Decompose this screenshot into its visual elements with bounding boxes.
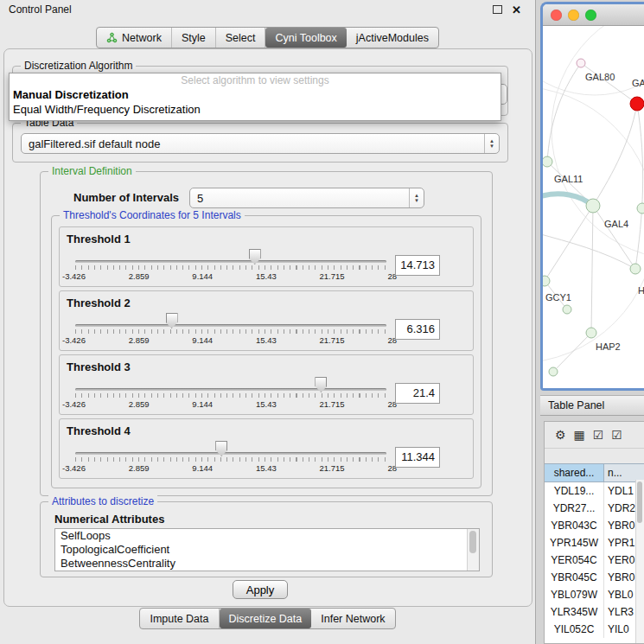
scale-tick-label: 21.715: [320, 463, 345, 473]
network-edge[interactable]: [591, 206, 593, 333]
number-of-intervals-combobox[interactable]: 5 ▲▼: [189, 188, 424, 208]
network-node-red[interactable]: [630, 97, 644, 111]
attributes-group: Attributes to discretize Numerical Attri…: [40, 501, 493, 577]
table-column-header[interactable]: shared...: [545, 464, 604, 481]
network-node-normal[interactable]: [543, 276, 550, 286]
scale-tick-label: 9.144: [192, 399, 213, 409]
tab-network[interactable]: Network: [97, 28, 172, 48]
table-row[interactable]: YPR145WYPR1: [545, 534, 644, 552]
network-edge[interactable]: [635, 104, 643, 269]
settings-gear-icon[interactable]: ⚙: [555, 429, 566, 441]
network-canvas-svg: GAL80GAGAL11GAL4GCY1HAP2H: [543, 26, 644, 390]
selection-mode-checkbox-icon[interactable]: ☑: [611, 429, 622, 441]
slider-track[interactable]: [75, 260, 386, 263]
network-edge[interactable]: [593, 206, 635, 269]
tab-jactivemodules[interactable]: jActiveModules: [347, 28, 438, 48]
discretization-algorithm-group-label: Discretization Algorithm: [21, 60, 136, 72]
threshold-value-field[interactable]: 11.344: [395, 447, 440, 468]
network-node-pink[interactable]: [577, 59, 585, 67]
numerical-attributes-list[interactable]: SelfLoopsTopologicalCoefficientBetweenne…: [54, 528, 480, 571]
table-scrollbar[interactable]: [635, 480, 644, 643]
list-scrollbar-thumb[interactable]: [469, 531, 476, 553]
network-edge[interactable]: [593, 104, 637, 206]
tab-cyni-toolbox[interactable]: Cyni Toolbox: [265, 28, 346, 48]
slider-track[interactable]: [75, 452, 386, 455]
popup-option[interactable]: Manual Discretization: [10, 87, 501, 102]
network-window-titlebar[interactable]: [543, 4, 644, 26]
slider-track[interactable]: [75, 388, 386, 391]
network-edge-arc: [552, 26, 644, 259]
tab-label: Network: [122, 32, 162, 44]
table-scrollbar-thumb[interactable]: [637, 481, 642, 523]
minimize-traffic-light[interactable]: [568, 10, 579, 21]
numerical-attributes-label: Numerical Attributes: [54, 513, 164, 526]
column-selector-icon[interactable]: ▦: [574, 429, 585, 441]
threshold-slider[interactable]: -3.4262.8599.14415.4321.71528: [75, 248, 386, 284]
network-node-normal[interactable]: [586, 328, 596, 338]
network-node-normal[interactable]: [549, 367, 558, 376]
close-traffic-light[interactable]: [551, 10, 562, 21]
close-window-icon[interactable]: ✕: [512, 4, 521, 16]
table-row[interactable]: YER054CYER0: [545, 552, 644, 569]
popup-option[interactable]: Equal Width/Frequency Discretization: [10, 102, 501, 117]
threshold-value-field[interactable]: 21.4: [395, 383, 440, 404]
table-row[interactable]: YBR045CYBR0: [545, 569, 644, 586]
network-edge[interactable]: [581, 63, 637, 104]
threshold-slider[interactable]: -3.4262.8599.14415.4321.71528: [75, 376, 386, 412]
table-row[interactable]: YIL052CYIL0: [545, 621, 644, 638]
threshold-slider[interactable]: -3.4262.8599.14415.4321.71528: [75, 440, 386, 476]
list-scrollbar[interactable]: [467, 529, 479, 571]
network-edge[interactable]: [553, 333, 591, 372]
table-column-header[interactable]: n...: [604, 464, 644, 481]
table-row[interactable]: YBR043CYBR0: [545, 517, 644, 534]
table-data-combobox[interactable]: galFiltered.sif default node ▲▼: [21, 133, 500, 154]
network-node-normal[interactable]: [637, 203, 644, 214]
table-cell-shared-name: YIL052C: [545, 621, 604, 638]
apply-button[interactable]: Apply: [233, 580, 288, 599]
bottom-tab-discretize-data[interactable]: Discretize Data: [220, 609, 312, 628]
table-row[interactable]: YDR27...YDR2: [545, 500, 644, 517]
popup-hint-text: Select algorithm to view settings: [10, 73, 501, 87]
network-canvas[interactable]: GAL80GAGAL11GAL4GCY1HAP2H: [543, 26, 644, 388]
threshold-value-field[interactable]: 6.316: [395, 319, 440, 340]
threshold-slider[interactable]: -3.4262.8599.14415.4321.71528: [75, 312, 386, 348]
threshold-coordinates-group-label: Threshold's Coordinates for 5 Intervals: [60, 209, 245, 221]
scale-tick-label: 9.144: [192, 335, 213, 345]
network-node-label: GAL80: [585, 72, 615, 82]
zoom-traffic-light[interactable]: [585, 10, 596, 21]
network-node-normal[interactable]: [563, 305, 571, 314]
tab-style[interactable]: Style: [172, 28, 216, 48]
algorithm-popup-options: Manual DiscretizationEqual Width/Frequen…: [10, 87, 501, 117]
table-row[interactable]: YBL079WYBL0: [545, 586, 644, 603]
scale-tick-label: 9.144: [192, 463, 213, 473]
float-window-icon[interactable]: [493, 5, 502, 14]
slider-scale: -3.4262.8599.14415.4321.71528: [62, 335, 397, 345]
network-edge[interactable]: [545, 206, 593, 281]
table-cell-shared-name: YLR345W: [545, 603, 604, 621]
bottom-tab-infer-network[interactable]: Infer Network: [311, 609, 394, 628]
select-all-checkbox-icon[interactable]: ☑: [593, 429, 604, 441]
network-edge[interactable]: [543, 233, 635, 269]
tab-select[interactable]: Select: [216, 28, 266, 48]
threshold-value-field[interactable]: 14.713: [395, 255, 440, 276]
table-cell-shared-name: YBR045C: [545, 569, 604, 586]
table-cell-shared-name: YBR043C: [545, 517, 604, 534]
bottom-tab-impute-data[interactable]: Impute Data: [140, 609, 219, 628]
slider-track[interactable]: [75, 324, 386, 327]
network-node-normal[interactable]: [586, 199, 600, 213]
table-row[interactable]: YLR345WYLR3: [545, 603, 644, 621]
attribute-list-item[interactable]: TopologicalCoefficient: [55, 543, 479, 557]
window-buttons: ✕: [493, 4, 521, 16]
scale-tick-label: 15.43: [256, 271, 277, 281]
network-node-normal[interactable]: [630, 264, 641, 274]
table-cell-shared-name: YDL19...: [545, 482, 604, 500]
tab-label: Style: [182, 32, 206, 44]
network-node-normal[interactable]: [543, 156, 552, 167]
table-row[interactable]: YDL19...YDL1: [545, 482, 644, 500]
scale-tick-label: -3.426: [62, 399, 86, 409]
tab-label: Select: [226, 32, 256, 44]
number-of-intervals-value: 5: [190, 192, 409, 205]
attribute-list-item[interactable]: BetweennessCentrality: [55, 557, 479, 571]
attribute-list-item[interactable]: SelfLoops: [55, 529, 479, 543]
network-edge[interactable]: [543, 194, 593, 206]
